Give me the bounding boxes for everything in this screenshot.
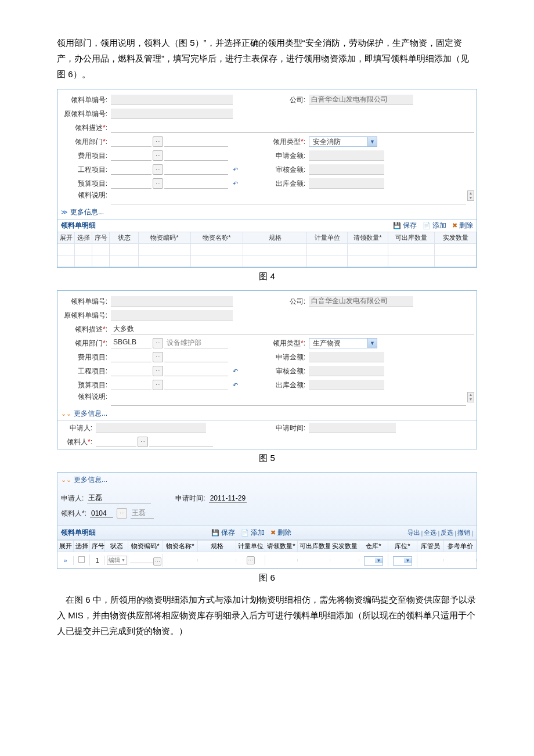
clear-budget-icon[interactable]: ↶ xyxy=(233,180,238,188)
label-picker-6: 领料人*: xyxy=(61,509,86,519)
input-budget-code-5[interactable] xyxy=(111,380,151,390)
picker-budget[interactable]: ⋯ xyxy=(153,178,163,189)
link-undo[interactable]: 撤销 xyxy=(457,528,470,537)
input-fee-code[interactable] xyxy=(111,150,151,161)
label-apply-time-6: 申请时间: xyxy=(175,494,205,503)
label-req-note: 领料说明: xyxy=(60,190,110,200)
cell-reqqty[interactable] xyxy=(265,559,298,561)
input-budget-code[interactable] xyxy=(111,178,151,189)
th-matname: 物资名称* xyxy=(191,232,243,243)
row-checkbox[interactable] xyxy=(78,556,85,563)
cell-status: 编辑▼ xyxy=(105,555,128,566)
input-dept-name-5: 设备维护部 xyxy=(164,338,228,348)
link-invert[interactable]: 反选 xyxy=(441,528,453,537)
delete-button-6[interactable]: ✖删除 xyxy=(270,528,291,538)
link-select-all[interactable]: 全选 xyxy=(424,528,436,537)
select-use-type-4-value: 安全消防 xyxy=(309,137,367,147)
input-req-desc-5[interactable]: 大多数 xyxy=(111,324,474,334)
th6-keeper: 库管员 xyxy=(417,541,444,552)
cell-loc[interactable]: ▼ xyxy=(388,554,417,567)
th6-actqty: 实发数量 xyxy=(330,541,359,552)
value-picker-code-6[interactable]: 0104 xyxy=(90,509,113,518)
caption-fig5: 图 5 xyxy=(57,453,477,464)
input-picker-code-5[interactable] xyxy=(96,437,136,447)
right-link-group: 导出| 全选| 反选| 撤销| xyxy=(407,528,473,537)
value-apply-time-6: 2011-11-29 xyxy=(209,494,247,503)
link-export[interactable]: 导出 xyxy=(407,528,420,537)
th6-spec: 规格 xyxy=(198,541,236,552)
save-icon: 💾 xyxy=(211,529,219,537)
chevron-down-icon: ▼ xyxy=(375,558,383,563)
picker-fee-5[interactable]: ⋯ xyxy=(153,352,163,362)
more-info-label-6: 更多信息... xyxy=(74,475,107,485)
picker-fee[interactable]: ⋯ xyxy=(153,150,163,161)
scroll-indicator: ▲▼ xyxy=(467,392,474,402)
picker-person-6[interactable]: ⋯ xyxy=(117,508,127,519)
input-orig-req-no-5 xyxy=(111,310,233,321)
save-button-6[interactable]: 💾保存 xyxy=(211,528,235,538)
picker-dept-5[interactable]: ⋯ xyxy=(153,338,163,348)
delete-icon: ✖ xyxy=(452,222,457,229)
label-audit-amount: 审核金额: xyxy=(267,165,308,175)
picker-dept-4[interactable]: ⋯ xyxy=(153,136,163,147)
input-dept-code-5[interactable]: SBGLB xyxy=(111,338,151,348)
label-req-no-5: 领料单编号: xyxy=(60,297,110,307)
th6-select: 选择 xyxy=(74,541,90,552)
label-use-type-5: 领用类型*: xyxy=(267,339,308,348)
select-use-type-5[interactable]: 生产物资 ▼ xyxy=(309,338,377,348)
more-info-toggle-5[interactable]: ⌄⌄ 更多信息... xyxy=(57,407,477,420)
more-info-toggle-4[interactable]: ≫ 更多信息... xyxy=(57,206,477,219)
input-fee-name xyxy=(164,150,228,161)
th6-loc: 库位* xyxy=(388,541,417,552)
label-fee-item-5: 费用项目: xyxy=(60,352,110,362)
picker-matcode[interactable]: ⋯ xyxy=(153,557,161,566)
input-fee-code-5[interactable] xyxy=(111,352,151,362)
th6-matname: 物资名称* xyxy=(163,541,198,552)
save-button[interactable]: 💾保存 xyxy=(393,221,417,231)
input-proj-code[interactable] xyxy=(111,164,151,175)
picker-proj-5[interactable]: ⋯ xyxy=(153,366,163,376)
label-applicant-6: 申请人: xyxy=(61,494,84,503)
value-applicant-6: 王磊 xyxy=(87,493,151,503)
textarea-req-note-4[interactable] xyxy=(111,190,466,204)
add-button[interactable]: 📄添加 xyxy=(423,221,446,231)
add-button-6[interactable]: 📄添加 xyxy=(241,528,265,538)
select-use-type-4[interactable]: 安全消防 ▼ xyxy=(309,136,377,147)
picker-budget-5[interactable]: ⋯ xyxy=(153,380,163,390)
input-apply-amount-4 xyxy=(309,150,384,161)
input-proj-code-5[interactable] xyxy=(111,366,151,376)
input-applicant-5 xyxy=(96,423,206,433)
figure-5-panel: 领料单编号: 公司: 白音华金山发电有限公司 原领料单编号: 领料描述*: 大多… xyxy=(57,290,477,449)
label-out-amount: 出库金额: xyxy=(267,179,308,189)
clear-budget-icon-5[interactable]: ↶ xyxy=(233,381,238,389)
th6-wh: 仓库* xyxy=(359,541,388,552)
label-project-item-5: 工程项目: xyxy=(60,366,110,376)
textarea-req-note-5[interactable] xyxy=(111,392,466,406)
expand-toggle[interactable]: » xyxy=(57,556,74,565)
cell-matcode[interactable]: ⋯ xyxy=(128,554,163,567)
label-use-dept: 领用部门*: xyxy=(60,137,110,147)
picker-person-5[interactable]: ⋯ xyxy=(138,437,148,447)
label-req-no: 领料单编号: xyxy=(60,95,110,105)
clear-proj-icon[interactable]: ↶ xyxy=(233,166,238,174)
picker-proj[interactable]: ⋯ xyxy=(153,164,163,175)
input-proj-name-5 xyxy=(164,366,228,376)
label-company: 公司: xyxy=(267,95,308,105)
label-apply-time: 申请时间: xyxy=(267,423,308,433)
chevron-down-icon: ▼ xyxy=(367,137,377,146)
cell-outqty xyxy=(298,559,330,561)
cell-unit[interactable]: ⋯ xyxy=(236,555,265,566)
clear-proj-icon-5[interactable]: ↶ xyxy=(233,368,238,375)
cell-wh[interactable]: ▼ xyxy=(359,554,388,567)
delete-button[interactable]: ✖删除 xyxy=(452,221,473,231)
label-use-dept-5: 领用部门*: xyxy=(60,339,110,348)
input-dept-code-4[interactable] xyxy=(111,136,151,147)
chevron-down-icon: ⌄⌄ xyxy=(61,476,71,484)
more-info-toggle-6[interactable]: ⌄⌄ 更多信息... xyxy=(61,475,473,485)
more-info-label-5: 更多信息... xyxy=(74,409,107,419)
picker-unit[interactable]: ⋯ xyxy=(247,556,255,564)
input-req-desc-4[interactable] xyxy=(111,123,474,133)
input-proj-name xyxy=(164,164,228,175)
label-use-type: 领用类型*: xyxy=(267,137,308,147)
input-orig-req-no xyxy=(111,109,233,119)
